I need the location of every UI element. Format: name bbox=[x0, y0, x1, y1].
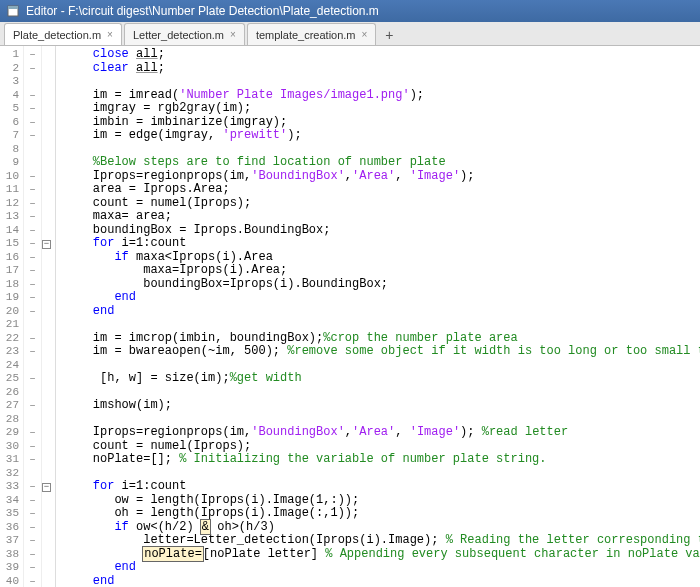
executable-line-marker[interactable]: – bbox=[24, 264, 41, 278]
executable-line-marker[interactable] bbox=[24, 143, 41, 157]
executable-line-marker[interactable] bbox=[24, 318, 41, 332]
executable-line-marker[interactable]: – bbox=[24, 102, 41, 116]
code-line[interactable] bbox=[64, 413, 700, 427]
line-number: 20 bbox=[0, 305, 19, 319]
executable-line-marker[interactable]: – bbox=[24, 453, 41, 467]
code-line[interactable]: end bbox=[64, 305, 700, 319]
code-line[interactable]: for i=1:count bbox=[64, 237, 700, 251]
line-number: 19 bbox=[0, 291, 19, 305]
code-editor[interactable]: 1234567891011121314151617181920212223242… bbox=[0, 46, 700, 587]
code-line[interactable] bbox=[64, 467, 700, 481]
code-line[interactable] bbox=[64, 386, 700, 400]
code-line[interactable]: end bbox=[64, 561, 700, 575]
executable-line-marker[interactable]: – bbox=[24, 183, 41, 197]
executable-line-marker[interactable]: – bbox=[24, 129, 41, 143]
executable-line-marker[interactable]: – bbox=[24, 291, 41, 305]
executable-line-marker[interactable]: – bbox=[24, 170, 41, 184]
code-line[interactable]: im = edge(imgray, 'prewitt'); bbox=[64, 129, 700, 143]
code-line[interactable]: im = imread('Number Plate Images/image1.… bbox=[64, 89, 700, 103]
executable-line-marker[interactable]: – bbox=[24, 251, 41, 265]
breakpoint-gutter[interactable]: –––––––––––––––––––––––––––––––– bbox=[24, 46, 42, 587]
executable-line-marker[interactable]: – bbox=[24, 494, 41, 508]
executable-line-marker[interactable]: – bbox=[24, 116, 41, 130]
code-line[interactable]: clear all; bbox=[64, 62, 700, 76]
code-line[interactable]: letter=Letter_detection(Iprops(i).Image)… bbox=[64, 534, 700, 548]
code-line[interactable]: Iprops=regionprops(im,'BoundingBox','Are… bbox=[64, 426, 700, 440]
executable-line-marker[interactable]: – bbox=[24, 278, 41, 292]
code-line[interactable]: im = bwareaopen(~im, 500); %remove some … bbox=[64, 345, 700, 359]
executable-line-marker[interactable] bbox=[24, 75, 41, 89]
executable-line-marker[interactable]: – bbox=[24, 197, 41, 211]
close-icon[interactable]: × bbox=[107, 29, 113, 40]
executable-line-marker[interactable]: – bbox=[24, 534, 41, 548]
window-title: Editor - F:\circuit digest\Number Plate … bbox=[26, 4, 379, 18]
executable-line-marker[interactable]: – bbox=[24, 440, 41, 454]
line-number: 35 bbox=[0, 507, 19, 521]
file-tab[interactable]: template_creation.m× bbox=[247, 23, 377, 45]
file-tab[interactable]: Plate_detection.m× bbox=[4, 23, 122, 45]
executable-line-marker[interactable]: – bbox=[24, 89, 41, 103]
executable-line-marker[interactable]: – bbox=[24, 507, 41, 521]
code-line[interactable]: end bbox=[64, 291, 700, 305]
executable-line-marker[interactable]: – bbox=[24, 345, 41, 359]
executable-line-marker[interactable]: – bbox=[24, 480, 41, 494]
executable-line-marker[interactable]: – bbox=[24, 305, 41, 319]
executable-line-marker[interactable]: – bbox=[24, 575, 41, 588]
code-line[interactable]: Iprops=regionprops(im,'BoundingBox','Are… bbox=[64, 170, 700, 184]
code-line[interactable]: count = numel(Iprops); bbox=[64, 197, 700, 211]
executable-line-marker[interactable]: – bbox=[24, 426, 41, 440]
code-line[interactable]: noPlate=[]; % Initializing the variable … bbox=[64, 453, 700, 467]
code-line[interactable]: area = Iprops.Area; bbox=[64, 183, 700, 197]
code-line[interactable]: count = numel(Iprops); bbox=[64, 440, 700, 454]
fold-toggle-icon[interactable]: − bbox=[42, 240, 51, 249]
code-line[interactable]: oh = length(Iprops(i).Image(:,1)); bbox=[64, 507, 700, 521]
code-line[interactable]: end bbox=[64, 575, 700, 588]
code-line[interactable]: ow = length(Iprops(i).Image(1,:)); bbox=[64, 494, 700, 508]
executable-line-marker[interactable]: – bbox=[24, 521, 41, 535]
executable-line-marker[interactable] bbox=[24, 386, 41, 400]
code-line[interactable]: close all; bbox=[64, 48, 700, 62]
executable-line-marker[interactable]: – bbox=[24, 399, 41, 413]
code-line[interactable]: if maxa<Iprops(i).Area bbox=[64, 251, 700, 265]
code-line[interactable]: imbin = imbinarize(imgray); bbox=[64, 116, 700, 130]
executable-line-marker[interactable]: – bbox=[24, 224, 41, 238]
code-line[interactable]: maxa= area; bbox=[64, 210, 700, 224]
code-line[interactable] bbox=[64, 143, 700, 157]
executable-line-marker[interactable]: – bbox=[24, 62, 41, 76]
fold-gutter[interactable]: −− bbox=[42, 46, 56, 587]
line-number: 40 bbox=[0, 575, 19, 588]
file-tab[interactable]: Letter_detection.m× bbox=[124, 23, 245, 45]
executable-line-marker[interactable] bbox=[24, 359, 41, 373]
fold-toggle-icon[interactable]: − bbox=[42, 483, 51, 492]
code-line[interactable] bbox=[64, 75, 700, 89]
code-line[interactable]: imshow(im); bbox=[64, 399, 700, 413]
code-line[interactable]: %Below steps are to find location of num… bbox=[64, 156, 700, 170]
code-area[interactable]: close all; clear all; im = imread('Numbe… bbox=[56, 46, 700, 587]
executable-line-marker[interactable]: – bbox=[24, 210, 41, 224]
code-line[interactable]: boundingBox=Iprops(i).BoundingBox; bbox=[64, 278, 700, 292]
executable-line-marker[interactable]: – bbox=[24, 372, 41, 386]
executable-line-marker[interactable] bbox=[24, 467, 41, 481]
executable-line-marker[interactable]: – bbox=[24, 48, 41, 62]
code-line[interactable]: boundingBox = Iprops.BoundingBox; bbox=[64, 224, 700, 238]
close-icon[interactable]: × bbox=[230, 29, 236, 40]
code-line[interactable]: [h, w] = size(im);%get width bbox=[64, 372, 700, 386]
executable-line-marker[interactable]: – bbox=[24, 237, 41, 251]
code-line[interactable]: noPlate=[noPlate letter] % Appending eve… bbox=[64, 548, 700, 562]
code-line[interactable]: for i=1:count bbox=[64, 480, 700, 494]
code-line[interactable]: if ow<(h/2) & oh>(h/3) bbox=[64, 521, 700, 535]
executable-line-marker[interactable] bbox=[24, 156, 41, 170]
close-icon[interactable]: × bbox=[362, 29, 368, 40]
code-line[interactable]: maxa=Iprops(i).Area; bbox=[64, 264, 700, 278]
new-tab-button[interactable]: + bbox=[378, 25, 400, 45]
executable-line-marker[interactable]: – bbox=[24, 561, 41, 575]
line-number-gutter: 1234567891011121314151617181920212223242… bbox=[0, 46, 24, 587]
executable-line-marker[interactable]: – bbox=[24, 548, 41, 562]
executable-line-marker[interactable] bbox=[24, 413, 41, 427]
line-number: 9 bbox=[0, 156, 19, 170]
code-line[interactable] bbox=[64, 359, 700, 373]
executable-line-marker[interactable]: – bbox=[24, 332, 41, 346]
code-line[interactable] bbox=[64, 318, 700, 332]
code-line[interactable]: imgray = rgb2gray(im); bbox=[64, 102, 700, 116]
code-line[interactable]: im = imcrop(imbin, boundingBox);%crop th… bbox=[64, 332, 700, 346]
